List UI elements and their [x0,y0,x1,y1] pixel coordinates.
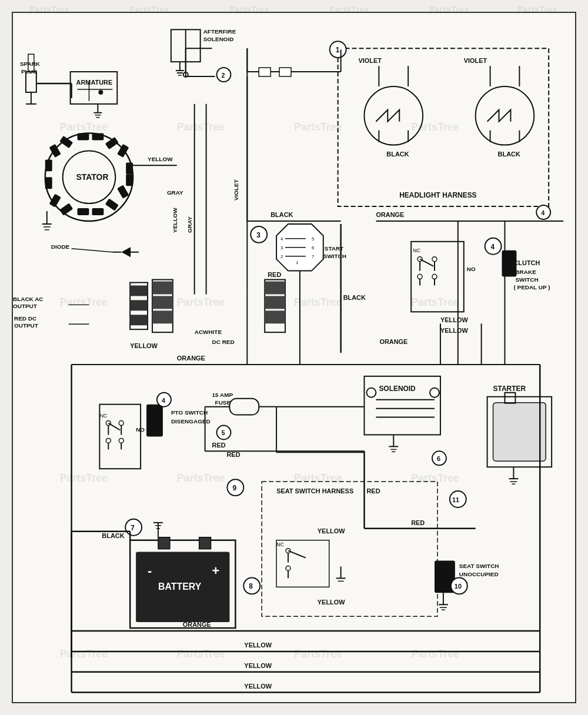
svg-rect-52 [49,194,61,208]
svg-text:GRAY: GRAY [186,216,193,233]
svg-text:PartsTree: PartsTree [177,296,225,308]
svg-rect-172 [146,405,163,437]
svg-text:PartsTree: PartsTree [60,121,108,133]
svg-text:ARMATURE: ARMATURE [76,79,113,86]
svg-text:PartsTree: PartsTree [177,121,225,133]
svg-text:PartsTree: PartsTree [294,121,342,133]
svg-text:15 AMP: 15 AMP [212,392,233,398]
svg-text:PartsTree: PartsTree [294,648,342,660]
svg-text:YELLOW: YELLOW [318,599,345,606]
svg-line-74 [72,249,113,252]
svg-text:PartsTree: PartsTree [411,648,459,660]
svg-text:-: - [148,563,152,578]
svg-text:ORANGE: ORANGE [183,621,211,628]
svg-text:CLUTCH: CLUTCH [513,259,540,266]
svg-rect-64 [126,174,133,186]
svg-text:PartsTree: PartsTree [411,296,459,308]
svg-text:5: 5 [222,429,225,436]
svg-rect-56 [78,208,89,215]
svg-text:( PEDAL UP ): ( PEDAL UP ) [513,284,550,290]
svg-text:BLACK: BLACK [386,151,409,158]
svg-text:BLACK: BLACK [270,211,293,218]
svg-text:ORANGE: ORANGE [379,338,407,345]
svg-text:3: 3 [256,231,260,239]
svg-point-135 [417,275,422,279]
svg-text:BLACK: BLACK [102,532,124,539]
svg-text:BATTERY: BATTERY [158,582,202,592]
svg-text:DIODE: DIODE [51,243,70,250]
svg-point-167 [119,438,123,443]
svg-text:6: 6 [312,245,315,250]
svg-rect-238 [276,540,329,587]
svg-text:BLACK AC: BLACK AC [13,296,44,302]
svg-text:SOLENOID: SOLENOID [203,36,234,42]
svg-text:VIOLET: VIOLET [464,57,487,64]
svg-rect-24 [71,72,118,104]
svg-text:NO: NO [467,266,476,272]
svg-text:PTO SWITCH: PTO SWITCH [171,409,208,416]
svg-text:+: + [212,563,220,578]
svg-text:SEAT SWITCH: SEAT SWITCH [459,563,499,570]
svg-text:PartsTree: PartsTree [60,296,108,308]
svg-text:AFTERFIRE: AFTERFIRE [203,28,236,35]
svg-text:SWITCH: SWITCH [515,276,538,283]
svg-text:UNOCCUPIED: UNOCCUPIED [459,571,499,577]
svg-rect-84 [130,315,148,325]
svg-rect-49 [45,159,52,171]
svg-rect-82 [130,286,148,296]
svg-point-189 [366,388,376,397]
svg-text:PLUG: PLUG [21,68,38,75]
svg-rect-58 [92,208,103,215]
svg-rect-16 [26,72,36,92]
svg-text:11: 11 [452,496,459,503]
svg-point-28 [98,90,103,95]
svg-text:YELLOW: YELLOW [244,642,272,649]
wiring-diagram: PartsTree PartsTree PartsTree PartsTree … [12,12,576,703]
svg-text:4: 4 [280,236,283,242]
svg-text:RED: RED [366,487,380,495]
svg-text:YELLOW: YELLOW [172,208,178,233]
svg-rect-60 [105,198,119,211]
svg-text:BLACK: BLACK [498,151,520,158]
svg-rect-278 [265,310,285,323]
svg-line-243 [288,551,306,558]
svg-point-166 [119,421,123,426]
svg-point-138 [432,257,437,262]
svg-text:8: 8 [249,582,253,590]
svg-text:SPARK: SPARK [20,61,41,67]
svg-text:7: 7 [131,524,135,532]
svg-text:YELLOW: YELLOW [244,683,272,690]
svg-text:YELLOW: YELLOW [148,156,173,162]
svg-text:4: 4 [541,209,545,216]
svg-text:1: 1 [296,260,299,265]
svg-text:BRAKE: BRAKE [515,269,536,275]
svg-rect-177 [229,399,259,415]
svg-text:RED DC: RED DC [14,315,36,322]
svg-text:PartsTree: PartsTree [294,472,342,484]
svg-rect-218 [199,537,211,549]
svg-text:PartsTree: PartsTree [411,472,459,484]
svg-text:VIOLET: VIOLET [359,57,382,64]
svg-text:PartsTree: PartsTree [60,472,108,484]
svg-text:5: 5 [312,236,315,242]
svg-rect-63 [126,162,133,174]
svg-text:NC: NC [276,542,284,547]
svg-point-241 [286,566,290,571]
svg-text:PartsTree: PartsTree [294,296,342,308]
svg-text:3: 3 [280,245,283,250]
svg-text:STARTER: STARTER [493,385,526,393]
svg-text:HEADLIGHT HARNESS: HEADLIGHT HARNESS [399,191,476,199]
svg-point-190 [430,388,439,397]
svg-text:YELLOW: YELLOW [440,316,468,323]
svg-text:2: 2 [280,254,283,259]
svg-text:YELLOW: YELLOW [244,662,272,669]
svg-text:7: 7 [312,254,315,259]
svg-text:RED: RED [226,451,240,458]
svg-text:GRAY: GRAY [167,189,183,196]
svg-text:2: 2 [222,72,225,79]
svg-rect-276 [265,282,285,295]
svg-text:PartsTree: PartsTree [60,648,108,660]
svg-text:NO: NO [136,426,145,433]
svg-rect-272 [152,282,173,295]
svg-text:BLACK: BLACK [343,294,366,301]
